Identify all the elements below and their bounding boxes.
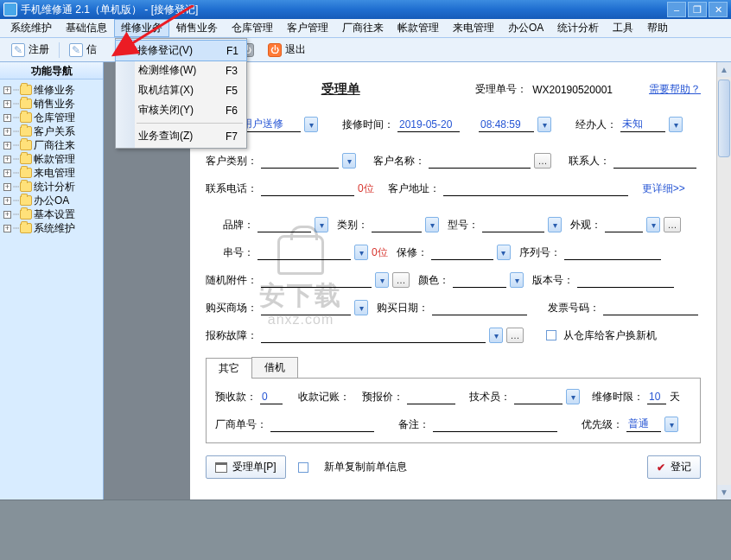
expand-icon[interactable]: + xyxy=(3,114,11,122)
appearance-input[interactable] xyxy=(605,217,643,232)
model-dropdown[interactable]: ▾ xyxy=(548,217,562,232)
expand-icon[interactable]: + xyxy=(3,169,11,177)
menu-sales-biz[interactable]: 销售业务 xyxy=(169,19,225,37)
swap-checkbox[interactable] xyxy=(546,330,556,340)
fault-input[interactable] xyxy=(261,328,486,343)
brand-input[interactable] xyxy=(257,217,311,232)
expand-icon[interactable]: + xyxy=(3,156,11,163)
tree-item-repair[interactable]: +┈维修业务 xyxy=(2,83,101,97)
pre-quote-input[interactable] xyxy=(407,389,455,404)
attach-browse[interactable]: … xyxy=(392,272,410,288)
brand-dropdown[interactable]: ▾ xyxy=(315,217,328,232)
menu-office-oa[interactable]: 办公OA xyxy=(501,19,550,37)
priority-input[interactable] xyxy=(626,417,661,432)
dd-item-audit-close[interactable]: 审核关闭(Y) F6 xyxy=(116,100,246,120)
close-button[interactable]: ✕ xyxy=(709,2,728,17)
appearance-dropdown[interactable]: ▾ xyxy=(646,217,660,232)
dd-item-pickup[interactable]: 取机结算(X) F5 xyxy=(116,80,246,100)
handler-input[interactable] xyxy=(620,117,665,132)
copy-prev-checkbox[interactable] xyxy=(298,462,308,473)
version-input[interactable] xyxy=(577,272,674,288)
fault-browse[interactable]: … xyxy=(506,328,524,343)
model-input[interactable] xyxy=(482,217,544,232)
color-input[interactable] xyxy=(453,272,506,288)
recv-time-input[interactable] xyxy=(479,117,534,132)
dd-item-register-repair[interactable]: 接修登记(V) F1 xyxy=(115,40,247,61)
more-detail-link[interactable]: 更详细>> xyxy=(642,181,685,196)
menu-system-maint[interactable]: 系统维护 xyxy=(3,19,59,37)
tree-item-accounts[interactable]: +┈帐款管理 xyxy=(2,152,101,166)
expand-icon[interactable]: + xyxy=(3,197,11,205)
menu-basic-info[interactable]: 基础信息 xyxy=(59,19,114,37)
scroll-down-arrow[interactable]: ▼ xyxy=(717,485,731,500)
vendor-no-input[interactable] xyxy=(270,417,374,432)
expand-icon[interactable]: + xyxy=(3,100,11,108)
appearance-browse[interactable]: … xyxy=(664,217,681,232)
tree-item-office[interactable]: +┈办公OA xyxy=(2,194,101,207)
tree-item-sales[interactable]: +┈销售业务 xyxy=(2,97,101,111)
print-order-button[interactable]: 受理单[P] xyxy=(206,455,286,479)
help-link[interactable]: 需要帮助？ xyxy=(649,82,701,97)
shop-input[interactable] xyxy=(261,300,351,315)
buy-date-input[interactable] xyxy=(432,300,527,315)
repair-limit-input[interactable] xyxy=(647,389,666,404)
menu-stats[interactable]: 统计分析 xyxy=(550,19,606,37)
cust-type-input[interactable] xyxy=(261,153,339,169)
tree-item-customer[interactable]: +┈客户关系 xyxy=(2,124,101,138)
invoice-input[interactable] xyxy=(603,300,698,315)
expand-icon[interactable]: + xyxy=(3,86,11,94)
scroll-thumb[interactable] xyxy=(718,80,730,157)
method-dropdown[interactable]: ▾ xyxy=(304,117,318,132)
tree-item-system[interactable]: +┈系统维护 xyxy=(2,221,101,235)
cust-type-dropdown[interactable]: ▾ xyxy=(342,153,356,169)
tech-input[interactable] xyxy=(514,389,563,404)
category-input[interactable] xyxy=(372,217,422,232)
expand-icon[interactable]: + xyxy=(3,225,11,232)
vertical-scrollbar[interactable]: ▲ ▼ xyxy=(716,62,731,500)
tb-register-button[interactable]: ✎ 注册 xyxy=(5,40,55,60)
dd-item-inspect[interactable]: 检测维修(W) F3 xyxy=(116,60,246,80)
shop-dropdown[interactable]: ▾ xyxy=(354,300,368,315)
warranty-dropdown[interactable]: ▾ xyxy=(497,245,511,260)
color-dropdown[interactable]: ▾ xyxy=(510,272,524,288)
cust-name-input[interactable] xyxy=(429,153,531,169)
menu-help[interactable]: 帮助 xyxy=(640,19,675,37)
tb-exit-button-2[interactable]: ⏻ 退出 xyxy=(262,40,312,60)
expand-icon[interactable]: + xyxy=(3,211,11,219)
menu-accounts[interactable]: 帐款管理 xyxy=(391,19,446,37)
priority-dropdown[interactable]: ▾ xyxy=(664,417,678,432)
attach-dropdown[interactable]: ▾ xyxy=(375,272,389,288)
menu-customer[interactable]: 客户管理 xyxy=(280,19,335,37)
recv-date-input[interactable] xyxy=(397,117,460,132)
tree-item-vendor[interactable]: +┈厂商往来 xyxy=(2,138,101,152)
addr-input[interactable] xyxy=(443,181,628,196)
tree-item-stats[interactable]: +┈统计分析 xyxy=(2,180,101,194)
serial-input[interactable] xyxy=(564,245,661,260)
phone-input[interactable] xyxy=(261,181,354,196)
scroll-up-arrow[interactable]: ▲ xyxy=(717,62,731,77)
menu-repair-biz[interactable]: 维修业务 xyxy=(114,19,169,37)
menu-warehouse[interactable]: 仓库管理 xyxy=(225,19,280,37)
expand-icon[interactable]: + xyxy=(3,142,11,150)
tech-dropdown[interactable]: ▾ xyxy=(566,389,580,404)
method-input[interactable] xyxy=(240,117,301,132)
recv-time-dropdown[interactable]: ▾ xyxy=(537,117,551,132)
tb-info-button[interactable]: ✎ 信 xyxy=(63,40,103,60)
tree-item-warehouse[interactable]: +┈仓库管理 xyxy=(2,111,101,124)
imei-dropdown[interactable]: ▾ xyxy=(354,245,368,260)
handler-dropdown[interactable]: ▾ xyxy=(669,117,683,132)
restore-button[interactable]: ❐ xyxy=(688,2,707,17)
expand-icon[interactable]: + xyxy=(3,128,11,136)
menu-tools[interactable]: 工具 xyxy=(606,19,640,37)
tree-item-calls[interactable]: +┈来电管理 xyxy=(2,166,101,180)
fault-dropdown[interactable]: ▾ xyxy=(489,328,503,343)
tab-other[interactable]: 其它 xyxy=(206,358,252,379)
submit-button[interactable]: ✔ 登记 xyxy=(647,455,701,479)
cust-name-browse[interactable]: … xyxy=(534,153,551,169)
expand-icon[interactable]: + xyxy=(3,183,11,191)
minimize-button[interactable]: – xyxy=(667,2,686,17)
warranty-input[interactable] xyxy=(431,245,493,260)
prepay-input[interactable] xyxy=(260,389,283,404)
dd-item-query[interactable]: 业务查询(Z) F7 xyxy=(116,126,246,146)
remark-input[interactable] xyxy=(433,417,557,432)
